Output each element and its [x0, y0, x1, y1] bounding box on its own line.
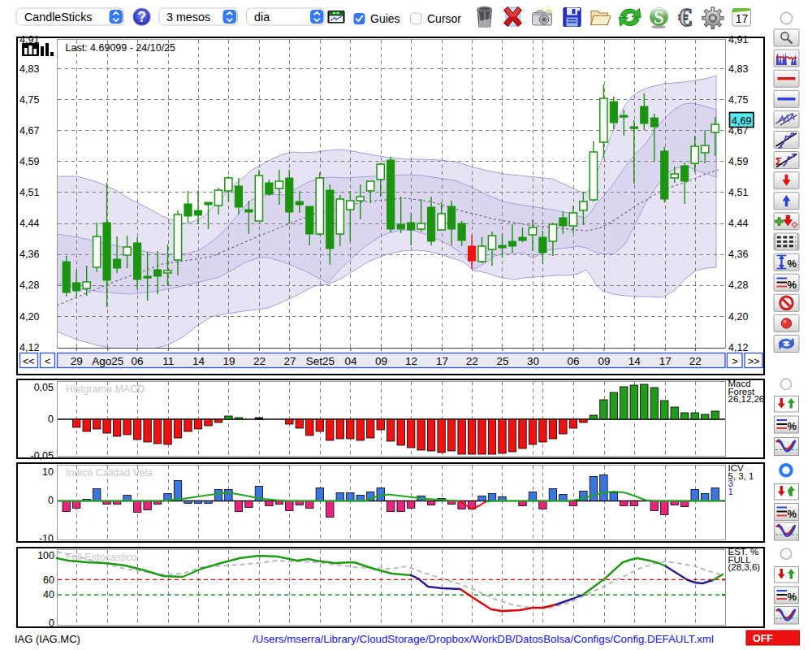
svg-text:S: S [654, 7, 664, 28]
svg-text:40: 40 [43, 589, 54, 600]
svg-text:4,75: 4,75 [19, 94, 39, 106]
svg-text:€: € [679, 2, 692, 32]
svg-text:Histgrama MACD: Histgrama MACD [66, 384, 145, 395]
svg-text:4,28: 4,28 [728, 280, 748, 291]
svg-text:26,12,26: 26,12,26 [728, 394, 765, 404]
svg-text:Set25: Set25 [306, 355, 335, 367]
svg-text:27: 27 [283, 355, 296, 367]
svg-text:4,59: 4,59 [728, 156, 748, 167]
svg-text:/Users/mserra/Library/CloudSto: /Users/mserra/Library/CloudStorage/Dropb… [253, 633, 714, 645]
svg-text:4,44: 4,44 [728, 218, 748, 229]
svg-text:4,51: 4,51 [728, 187, 748, 198]
svg-text:4,83: 4,83 [728, 63, 748, 75]
svg-text:CandleSticks: CandleSticks [24, 11, 92, 24]
svg-text:0: 0 [48, 495, 54, 506]
svg-text:4,67: 4,67 [19, 125, 39, 136]
svg-text:%: % [788, 420, 797, 432]
svg-text:0,05: 0,05 [34, 382, 54, 393]
svg-text:-10: -10 [39, 533, 54, 544]
svg-text:OFF: OFF [753, 633, 773, 644]
svg-text:4,83: 4,83 [19, 63, 39, 75]
svg-text:1: 1 [728, 487, 733, 496]
svg-text:17: 17 [659, 355, 672, 367]
svg-text:Indice Calidad Vela: Indice Calidad Vela [66, 467, 153, 479]
svg-text:4,20: 4,20 [19, 311, 39, 323]
svg-text:Ago25: Ago25 [92, 355, 123, 367]
svg-text:4,75: 4,75 [728, 94, 748, 106]
svg-text:Cursor: Cursor [427, 12, 461, 25]
svg-text:22: 22 [253, 355, 266, 367]
svg-text:25: 25 [496, 355, 508, 367]
svg-text:30: 30 [527, 355, 539, 367]
svg-text:60: 60 [43, 574, 54, 586]
svg-text:<: < [45, 356, 50, 367]
svg-text:10: 10 [42, 466, 54, 478]
svg-text:IAG (IAG.MC): IAG (IAG.MC) [15, 633, 80, 645]
svg-text:0: 0 [49, 618, 54, 629]
svg-text:4,36: 4,36 [728, 249, 748, 260]
svg-text:09: 09 [598, 355, 610, 367]
svg-text:%: % [788, 508, 797, 520]
svg-text:%: % [788, 591, 797, 603]
svg-text:09: 09 [375, 355, 387, 367]
svg-text:06: 06 [131, 355, 143, 367]
svg-text:4,59: 4,59 [19, 156, 39, 167]
svg-text:(28,3,6): (28,3,6) [728, 562, 761, 572]
svg-text:17: 17 [436, 355, 448, 367]
svg-text:dia: dia [254, 11, 270, 24]
svg-text:0: 0 [48, 414, 54, 425]
svg-text:29: 29 [71, 355, 83, 367]
svg-text:12: 12 [405, 355, 417, 367]
svg-text:4,20: 4,20 [728, 311, 748, 323]
svg-text:Guies: Guies [370, 12, 400, 25]
svg-text:Last: 4.69099 - 24/10/25: Last: 4.69099 - 24/10/25 [66, 42, 176, 54]
svg-text:>: > [732, 356, 738, 367]
svg-text:100: 100 [37, 550, 54, 561]
svg-text:11: 11 [162, 355, 174, 367]
svg-text:?: ? [137, 9, 146, 25]
svg-text:%: % [788, 279, 797, 291]
svg-text:3 mesos: 3 mesos [166, 11, 210, 24]
svg-text:22: 22 [466, 355, 478, 367]
svg-text:06: 06 [567, 355, 579, 367]
svg-text:%: % [788, 258, 797, 270]
svg-text:4,51: 4,51 [19, 187, 39, 198]
svg-text:<<: << [23, 356, 35, 367]
svg-text:>>: >> [748, 356, 760, 367]
svg-text:19: 19 [222, 355, 235, 367]
svg-text:4,69: 4,69 [732, 115, 751, 127]
svg-text:4,12: 4,12 [19, 342, 39, 353]
svg-text:4,36: 4,36 [19, 249, 39, 260]
svg-text:4,44: 4,44 [19, 218, 39, 229]
svg-text:14: 14 [628, 355, 641, 367]
svg-text:4,28: 4,28 [19, 280, 39, 291]
svg-text:4,91: 4,91 [728, 34, 748, 46]
svg-text:17: 17 [736, 12, 749, 25]
svg-text:-0,05: -0,05 [31, 450, 54, 462]
svg-text:22: 22 [689, 355, 702, 367]
svg-text:14: 14 [192, 355, 205, 367]
svg-text:04: 04 [344, 355, 357, 367]
svg-text:4,12: 4,12 [728, 342, 748, 353]
